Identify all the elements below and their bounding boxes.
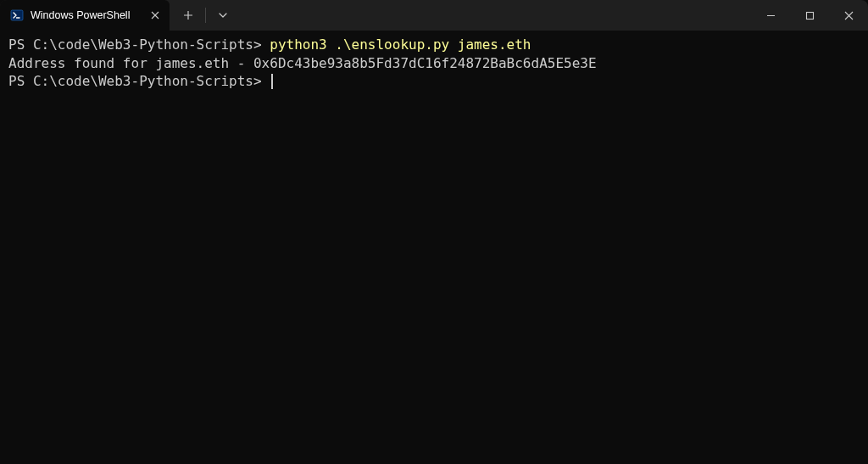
maximize-button[interactable] <box>790 0 829 31</box>
svg-rect-7 <box>806 12 813 19</box>
tab-actions <box>170 0 236 31</box>
powershell-icon <box>10 8 24 22</box>
new-tab-button[interactable] <box>175 3 202 27</box>
terminal-line: PS C:\code\Web3-Python-Scripts> <box>8 72 860 91</box>
minimize-button[interactable] <box>751 0 790 31</box>
titlebar-drag-area[interactable] <box>236 0 751 31</box>
tab-title: Windows PowerShell <box>31 9 141 21</box>
command-text: python3 .\enslookup.py james.eth <box>270 36 531 53</box>
svg-rect-0 <box>11 10 23 20</box>
titlebar: Windows PowerShell <box>0 0 868 31</box>
tab-dropdown-button[interactable] <box>209 3 236 27</box>
terminal-line: PS C:\code\Web3-Python-Scripts> python3 … <box>8 36 860 54</box>
prompt-prefix: PS C:\code\Web3-Python-Scripts> <box>8 73 270 89</box>
window-controls <box>751 0 868 31</box>
tab-powershell[interactable]: Windows PowerShell <box>0 0 170 31</box>
divider <box>205 8 206 23</box>
tab-close-button[interactable] <box>147 8 163 23</box>
cursor <box>271 74 273 89</box>
terminal-output-line: Address found for james.eth - 0x6Dc43be9… <box>8 54 860 73</box>
prompt-prefix: PS C:\code\Web3-Python-Scripts> <box>8 36 270 53</box>
terminal-body[interactable]: PS C:\code\Web3-Python-Scripts> python3 … <box>0 31 868 96</box>
close-window-button[interactable] <box>829 0 868 31</box>
